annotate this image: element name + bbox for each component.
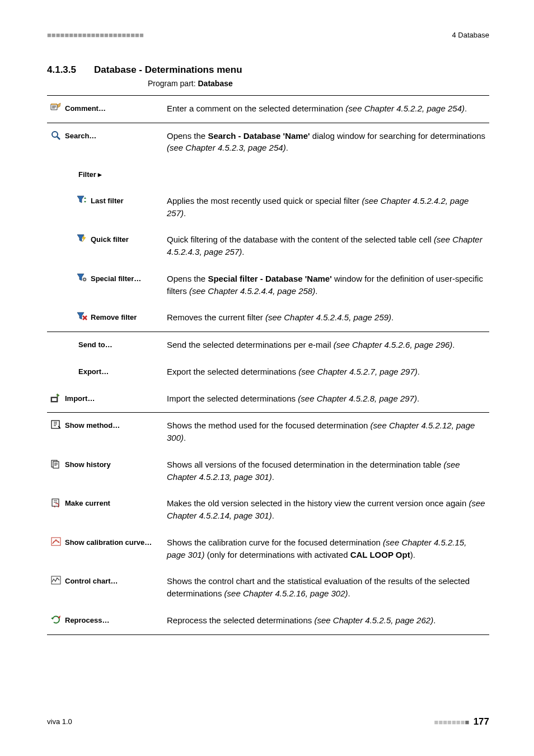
section-heading: 4.1.3.5 Database - Determinations menu: [47, 63, 489, 77]
menu-label-search: Search…: [65, 130, 96, 142]
menu-desc-controlchart: Shows the control chart and the statisti…: [167, 575, 486, 600]
menu-row-filter: Filter ▸: [47, 162, 489, 188]
no-icon: [64, 169, 75, 179]
menu-label-controlchart: Control chart…: [65, 575, 118, 587]
menu-label-specialfilter: Special filter…: [91, 273, 141, 284]
menu-label-filter: Filter ▸: [78, 169, 102, 180]
menu-label-quickfilter: Quick filter: [91, 234, 129, 245]
chapter-label: 4 Database: [452, 30, 490, 41]
calcurve-icon: [50, 536, 62, 547]
makecurrent-icon: [50, 497, 62, 507]
page-footer: viva 1.0 ■■■■■■■■ 177: [47, 715, 489, 729]
page-header: ■■■■■■■■■■■■■■■■■■■■■■ 4 Database: [47, 30, 489, 41]
section-title: Database - Determinations menu: [94, 63, 242, 77]
menu-label-import: Import…: [65, 393, 95, 404]
no-icon: [64, 339, 75, 349]
menu-desc-makecurrent: Makes the old version selected in the hi…: [167, 497, 486, 522]
menu-row-quickfilter: Quick filterQuick filtering of the datab…: [47, 227, 489, 266]
menu-label-comment: Comment…: [65, 102, 106, 114]
funnel-arrow-icon: [76, 195, 87, 205]
menu-label-reprocess: Reprocess…: [65, 614, 109, 626]
page-number: 177: [474, 716, 489, 727]
menu-desc-showcal: Shows the calibration curve for the focu…: [167, 536, 486, 561]
menu-row-makecurrent: Make currentMakes the old version select…: [47, 491, 489, 530]
menu-label-export: Export…: [78, 366, 109, 377]
header-marks: ■■■■■■■■■■■■■■■■■■■■■■: [47, 30, 144, 41]
menu-table: Comment…Enter a comment on the selected …: [47, 95, 489, 634]
menu-desc-showhistory: Shows all versions of the focused determ…: [167, 459, 486, 483]
funnel-gear-icon: [76, 273, 87, 283]
menu-row-lastfilter: Last filterApplies the most recently use…: [47, 188, 489, 227]
no-icon: [64, 366, 75, 376]
menu-row-controlchart: Control chart…Shows the control chart an…: [47, 568, 489, 608]
menu-row-showcal: Show calibration curve…Shows the calibra…: [47, 530, 489, 569]
menu-label-showhistory: Show history: [65, 459, 111, 470]
section-number: 4.1.3.5: [47, 63, 76, 77]
menu-label-showcal: Show calibration curve…: [65, 536, 152, 548]
menu-row-import: Import…Import the selected determination…: [47, 386, 489, 413]
menu-label-removefilter: Remove filter: [91, 311, 137, 323]
menu-row-reprocess: Reprocess…Reprocess the selected determi…: [47, 608, 489, 634]
menu-desc-search: Opens the Search - Database 'Name' dialo…: [167, 130, 486, 155]
menu-desc-sendto: Send the selected determinations per e-m…: [167, 339, 486, 351]
controlchart-icon: [50, 575, 62, 585]
menu-row-showmethod: Show method…Shows the method used for th…: [47, 413, 489, 452]
menu-desc-reprocess: Reprocess the selected determinations (s…: [167, 614, 486, 627]
menu-desc-export: Export the selected determinations (see …: [167, 366, 486, 378]
menu-label-lastfilter: Last filter: [91, 195, 124, 207]
history-icon: [50, 459, 62, 469]
footer-marks: ■■■■■■■■: [434, 718, 470, 726]
menu-desc-quickfilter: Quick filtering of the database with the…: [167, 234, 486, 258]
comment-icon: [50, 102, 62, 113]
footer-left: viva 1.0: [47, 717, 72, 727]
funnel-x-icon: [76, 311, 87, 321]
reprocess-icon: [50, 614, 62, 624]
menu-row-export: Export…Export the selected determination…: [47, 359, 489, 386]
program-part-line: Program part: Database: [148, 78, 489, 89]
menu-label-makecurrent: Make current: [65, 497, 110, 509]
import-icon: [50, 393, 62, 403]
method-icon: [50, 419, 62, 430]
menu-row-showhistory: Show historyShows all versions of the fo…: [47, 452, 489, 491]
menu-row-comment: Comment…Enter a comment on the selected …: [47, 95, 489, 123]
menu-row-removefilter: Remove filterRemoves the current filter …: [47, 305, 489, 332]
menu-desc-removefilter: Removes the current filter (see Chapter …: [167, 311, 486, 324]
menu-desc-import: Import the selected determinations (see …: [167, 393, 486, 405]
program-part-prefix: Program part:: [148, 79, 198, 88]
menu-desc-lastfilter: Applies the most recently used quick or …: [167, 195, 486, 220]
menu-row-specialfilter: Special filter…Opens the Special filter …: [47, 266, 489, 305]
menu-label-sendto: Send to…: [78, 339, 113, 351]
menu-row-sendto: Send to…Send the selected determinations…: [47, 332, 489, 359]
menu-desc-showmethod: Shows the method used for the focused de…: [167, 419, 486, 444]
menu-label-showmethod: Show method…: [65, 419, 120, 431]
menu-row-search: Search…Opens the Search - Database 'Name…: [47, 123, 489, 162]
funnel-lightning-icon: [76, 234, 87, 244]
menu-desc-comment: Enter a comment on the selected determin…: [167, 102, 486, 115]
menu-desc-specialfilter: Opens the Special filter - Database 'Nam…: [167, 273, 486, 297]
program-part-value: Database: [198, 79, 232, 88]
search-icon: [50, 130, 62, 140]
